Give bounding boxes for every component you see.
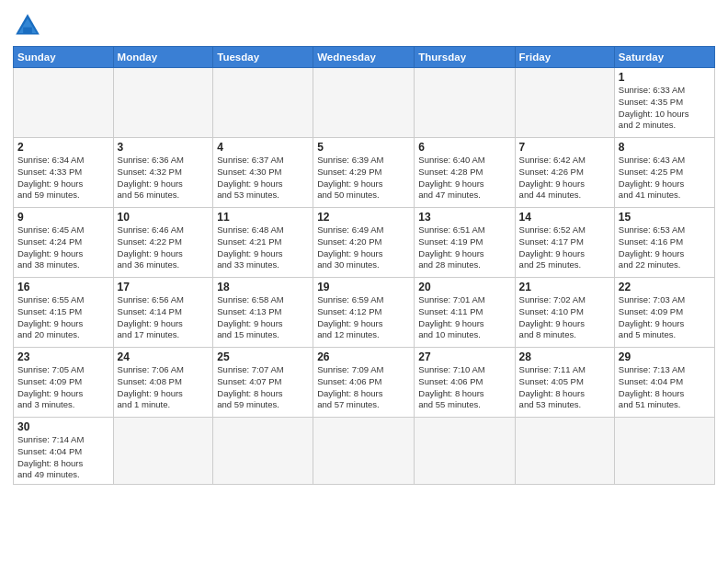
- calendar-cell: [213, 418, 313, 485]
- calendar-cell: 15Sunrise: 6:53 AM Sunset: 4:16 PM Dayli…: [614, 208, 714, 278]
- calendar-cell: [313, 68, 415, 138]
- day-number: 19: [317, 281, 410, 293]
- calendar-cell: [415, 68, 515, 138]
- day-info: Sunrise: 7:01 AM Sunset: 4:11 PM Dayligh…: [418, 294, 510, 341]
- day-number: 9: [17, 211, 109, 224]
- day-info: Sunrise: 6:53 AM Sunset: 4:16 PM Dayligh…: [619, 224, 711, 271]
- calendar-cell: 9Sunrise: 6:45 AM Sunset: 4:24 PM Daylig…: [14, 208, 114, 278]
- day-number: 16: [17, 281, 109, 293]
- day-info: Sunrise: 7:13 AM Sunset: 4:04 PM Dayligh…: [619, 364, 711, 411]
- day-number: 26: [317, 350, 410, 363]
- day-number: 20: [418, 281, 510, 293]
- day-info: Sunrise: 6:56 AM Sunset: 4:14 PM Dayligh…: [118, 294, 210, 341]
- day-info: Sunrise: 6:59 AM Sunset: 4:12 PM Dayligh…: [317, 294, 410, 341]
- calendar-cell: 10Sunrise: 6:46 AM Sunset: 4:22 PM Dayli…: [113, 208, 213, 278]
- calendar-cell: 16Sunrise: 6:55 AM Sunset: 4:15 PM Dayli…: [14, 278, 114, 348]
- day-number: 14: [519, 211, 610, 224]
- day-info: Sunrise: 6:55 AM Sunset: 4:15 PM Dayligh…: [17, 294, 109, 341]
- calendar-cell: 17Sunrise: 6:56 AM Sunset: 4:14 PM Dayli…: [113, 278, 213, 348]
- day-info: Sunrise: 7:09 AM Sunset: 4:06 PM Dayligh…: [317, 364, 410, 411]
- calendar-cell: [113, 68, 213, 138]
- calendar-cell: [313, 418, 415, 485]
- day-number: 28: [519, 350, 610, 363]
- day-info: Sunrise: 7:02 AM Sunset: 4:10 PM Dayligh…: [519, 294, 610, 341]
- day-info: Sunrise: 6:46 AM Sunset: 4:22 PM Dayligh…: [118, 224, 210, 271]
- calendar-cell: 4Sunrise: 6:37 AM Sunset: 4:30 PM Daylig…: [213, 138, 313, 208]
- weekday-header-wednesday: Wednesday: [313, 47, 415, 68]
- day-number: 18: [217, 281, 309, 293]
- weekday-header-tuesday: Tuesday: [213, 47, 313, 68]
- calendar-cell: 28Sunrise: 7:11 AM Sunset: 4:05 PM Dayli…: [515, 348, 614, 418]
- calendar-cell: [614, 418, 714, 485]
- calendar-table: SundayMondayTuesdayWednesdayThursdayFrid…: [13, 46, 715, 485]
- calendar-cell: 11Sunrise: 6:48 AM Sunset: 4:21 PM Dayli…: [213, 208, 313, 278]
- weekday-header-sunday: Sunday: [14, 47, 114, 68]
- calendar-cell: 26Sunrise: 7:09 AM Sunset: 4:06 PM Dayli…: [313, 348, 415, 418]
- day-info: Sunrise: 7:05 AM Sunset: 4:09 PM Dayligh…: [17, 364, 109, 411]
- day-info: Sunrise: 7:10 AM Sunset: 4:06 PM Dayligh…: [418, 364, 510, 411]
- day-number: 13: [418, 211, 510, 224]
- day-info: Sunrise: 7:03 AM Sunset: 4:09 PM Dayligh…: [619, 294, 711, 341]
- page: SundayMondayTuesdayWednesdayThursdayFrid…: [0, 0, 728, 563]
- day-info: Sunrise: 6:58 AM Sunset: 4:13 PM Dayligh…: [217, 294, 309, 341]
- day-info: Sunrise: 6:33 AM Sunset: 4:35 PM Dayligh…: [619, 85, 711, 132]
- day-info: Sunrise: 7:06 AM Sunset: 4:08 PM Dayligh…: [118, 364, 210, 411]
- week-row-4: 16Sunrise: 6:55 AM Sunset: 4:15 PM Dayli…: [14, 278, 715, 348]
- day-number: 21: [519, 281, 610, 293]
- week-row-3: 9Sunrise: 6:45 AM Sunset: 4:24 PM Daylig…: [14, 208, 715, 278]
- calendar-cell: [113, 418, 213, 485]
- day-info: Sunrise: 6:34 AM Sunset: 4:33 PM Dayligh…: [17, 155, 109, 201]
- calendar-cell: 5Sunrise: 6:39 AM Sunset: 4:29 PM Daylig…: [313, 138, 415, 208]
- weekday-header-row: SundayMondayTuesdayWednesdayThursdayFrid…: [14, 47, 715, 68]
- calendar-cell: 20Sunrise: 7:01 AM Sunset: 4:11 PM Dayli…: [415, 278, 515, 348]
- calendar-cell: 12Sunrise: 6:49 AM Sunset: 4:20 PM Dayli…: [313, 208, 415, 278]
- day-info: Sunrise: 7:07 AM Sunset: 4:07 PM Dayligh…: [217, 364, 309, 411]
- calendar-cell: 18Sunrise: 6:58 AM Sunset: 4:13 PM Dayli…: [213, 278, 313, 348]
- day-number: 25: [217, 350, 309, 363]
- day-info: Sunrise: 6:43 AM Sunset: 4:25 PM Dayligh…: [619, 155, 711, 201]
- calendar-cell: 13Sunrise: 6:51 AM Sunset: 4:19 PM Dayli…: [415, 208, 515, 278]
- calendar-cell: [14, 68, 114, 138]
- day-info: Sunrise: 6:36 AM Sunset: 4:32 PM Dayligh…: [118, 155, 210, 201]
- day-info: Sunrise: 6:45 AM Sunset: 4:24 PM Dayligh…: [17, 224, 109, 271]
- calendar-cell: 8Sunrise: 6:43 AM Sunset: 4:25 PM Daylig…: [614, 138, 714, 208]
- week-row-6: 30Sunrise: 7:14 AM Sunset: 4:04 PM Dayli…: [14, 418, 715, 485]
- day-number: 24: [118, 350, 210, 363]
- calendar-cell: 2Sunrise: 6:34 AM Sunset: 4:33 PM Daylig…: [14, 138, 114, 208]
- day-info: Sunrise: 7:14 AM Sunset: 4:04 PM Dayligh…: [17, 434, 109, 481]
- day-number: 29: [619, 350, 711, 363]
- day-number: 6: [418, 141, 510, 154]
- day-number: 30: [17, 420, 109, 433]
- calendar-cell: 7Sunrise: 6:42 AM Sunset: 4:26 PM Daylig…: [515, 138, 614, 208]
- calendar-cell: [515, 418, 614, 485]
- day-number: 4: [217, 141, 309, 154]
- day-number: 15: [619, 211, 711, 224]
- day-number: 17: [118, 281, 210, 293]
- day-info: Sunrise: 6:39 AM Sunset: 4:29 PM Dayligh…: [317, 155, 410, 201]
- day-info: Sunrise: 6:52 AM Sunset: 4:17 PM Dayligh…: [519, 224, 610, 271]
- day-number: 12: [317, 211, 410, 224]
- calendar-cell: 21Sunrise: 7:02 AM Sunset: 4:10 PM Dayli…: [515, 278, 614, 348]
- weekday-header-saturday: Saturday: [614, 47, 714, 68]
- day-number: 27: [418, 350, 510, 363]
- day-info: Sunrise: 6:48 AM Sunset: 4:21 PM Dayligh…: [217, 224, 309, 271]
- calendar-cell: 27Sunrise: 7:10 AM Sunset: 4:06 PM Dayli…: [415, 348, 515, 418]
- day-number: 5: [317, 141, 410, 154]
- header: [13, 11, 715, 40]
- day-number: 23: [17, 350, 109, 363]
- calendar-cell: [213, 68, 313, 138]
- day-info: Sunrise: 6:42 AM Sunset: 4:26 PM Dayligh…: [519, 155, 610, 201]
- day-number: 11: [217, 211, 309, 224]
- calendar-cell: 24Sunrise: 7:06 AM Sunset: 4:08 PM Dayli…: [113, 348, 213, 418]
- calendar-cell: 23Sunrise: 7:05 AM Sunset: 4:09 PM Dayli…: [14, 348, 114, 418]
- day-info: Sunrise: 6:37 AM Sunset: 4:30 PM Dayligh…: [217, 155, 309, 201]
- weekday-header-thursday: Thursday: [415, 47, 515, 68]
- day-number: 7: [519, 141, 610, 154]
- calendar-cell: 19Sunrise: 6:59 AM Sunset: 4:12 PM Dayli…: [313, 278, 415, 348]
- calendar-cell: 30Sunrise: 7:14 AM Sunset: 4:04 PM Dayli…: [14, 418, 114, 485]
- weekday-header-friday: Friday: [515, 47, 614, 68]
- day-number: 22: [619, 281, 711, 293]
- day-number: 3: [118, 141, 210, 154]
- week-row-5: 23Sunrise: 7:05 AM Sunset: 4:09 PM Dayli…: [14, 348, 715, 418]
- calendar-cell: [415, 418, 515, 485]
